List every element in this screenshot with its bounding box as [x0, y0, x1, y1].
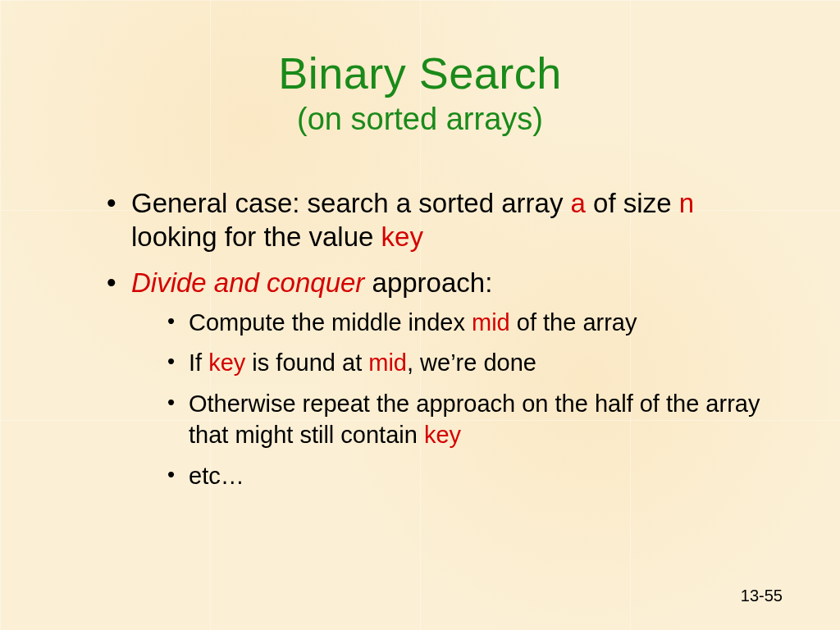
text: of the array [510, 309, 637, 336]
sub-compute-mid: Compute the middle index mid of the arra… [167, 308, 783, 339]
var-mid: mid [472, 309, 510, 336]
page-number: 13-55 [741, 587, 783, 605]
text: General case: search a sorted array [131, 188, 571, 218]
var-mid: mid [368, 349, 407, 376]
var-key: key [381, 221, 423, 252]
sub-bullet-list: Compute the middle index mid of the arra… [131, 308, 783, 491]
text: , we’re done [407, 349, 536, 376]
text: If [189, 349, 208, 376]
text: looking for the value [131, 221, 381, 252]
text: of size [586, 188, 679, 218]
title-block: Binary Search (on sorted arrays) [57, 48, 783, 137]
var-key: key [424, 422, 461, 448]
text: is found at [245, 349, 368, 376]
bullet-list: General case: search a sorted array a of… [57, 186, 783, 491]
bullet-general-case: General case: search a sorted array a of… [107, 186, 783, 254]
phrase-divide-and-conquer: Divide and conquer [131, 267, 364, 298]
sub-etc: etc… [167, 461, 783, 492]
text: Otherwise repeat the approach on the hal… [189, 390, 760, 448]
slide-title: Binary Search [57, 48, 783, 98]
slide-subtitle: (on sorted arrays) [57, 102, 783, 137]
text: Compute the middle index [189, 309, 472, 336]
var-a: a [571, 188, 586, 218]
sub-if-found: If key is found at mid, we’re done [167, 348, 783, 379]
var-n: n [679, 188, 694, 218]
sub-otherwise: Otherwise repeat the approach on the hal… [167, 389, 783, 450]
text: etc… [189, 463, 244, 489]
slide: Binary Search (on sorted arrays) General… [0, 0, 840, 630]
var-key: key [208, 349, 245, 376]
text: approach: [364, 267, 492, 298]
bullet-divide-conquer: Divide and conquer approach: Compute the… [107, 266, 783, 492]
